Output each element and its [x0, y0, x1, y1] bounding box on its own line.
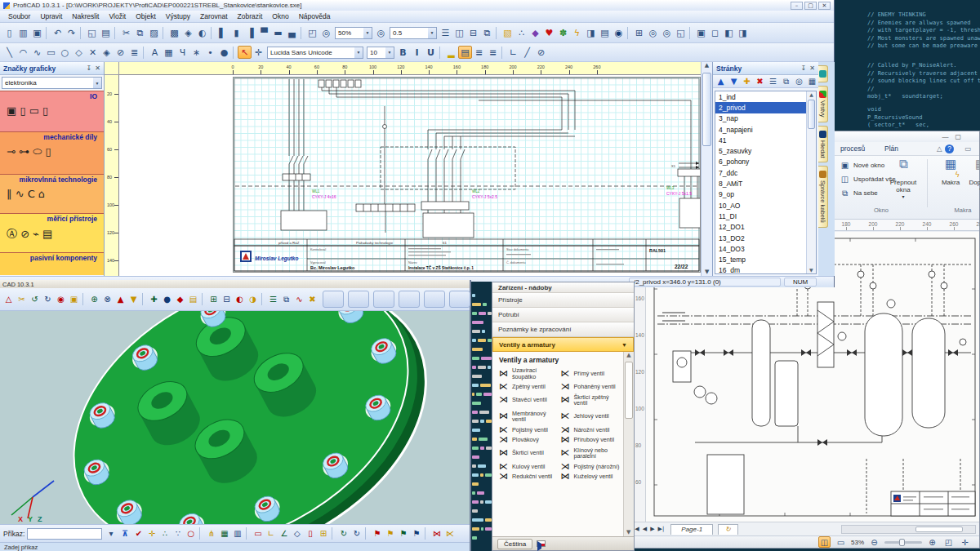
split-v-icon[interactable]: ⊟ — [466, 26, 480, 39]
center-icon[interactable]: ◉ — [55, 294, 67, 305]
addins-button[interactable]: ▦ Doplňky▾ — [964, 158, 980, 204]
font-size-combobox[interactable]: 10▼ — [367, 47, 394, 59]
valve-shape-zp-tn-ventil[interactable]: ⋉Zpětný ventil — [497, 384, 559, 390]
leaf-icon[interactable]: ✽ — [556, 26, 570, 39]
tree-icon[interactable]: ⋔ — [205, 528, 217, 540]
menu-soubor[interactable]: Soubor — [3, 11, 35, 21]
valve-shape-jehlov-ventil[interactable]: ⋉Jehlový ventil — [559, 411, 621, 423]
oval-icon[interactable]: ● — [217, 46, 231, 59]
sphere-icon[interactable]: ● — [161, 294, 173, 305]
collapsed-toolbar-button[interactable] — [348, 291, 369, 308]
page-width-icon[interactable]: ▭ — [835, 536, 847, 548]
page-item-10_AO[interactable]: 10_AO — [715, 200, 816, 211]
valve-shape-pojistn-ventil[interactable]: ⋉Pojistný ventil — [497, 427, 559, 433]
valve-shape--krtic-ventil[interactable]: ⋈Škrticí ventil — [497, 447, 559, 460]
al-l-icon[interactable]: ▌ — [216, 26, 229, 39]
pages-scrollbar[interactable]: ▲▼ — [806, 91, 816, 273]
pages-icon[interactable]: ☰ — [439, 26, 452, 39]
pan-icon[interactable]: ✛ — [959, 536, 971, 548]
stencil-category-1[interactable]: Zařízení - nádoby — [492, 282, 634, 293]
tab-okna[interactable] — [818, 65, 828, 82]
tab-vrstvy[interactable]: Vrstvy — [818, 86, 828, 122]
menu-upravit[interactable]: Upravit — [35, 11, 67, 21]
special-icon[interactable]: Ч — [176, 46, 189, 59]
valve-shape-kl-nov-nebo-paraleln-[interactable]: ⋉Klínový nebo paralelní — [559, 447, 621, 460]
page-item-6_pohony[interactable]: 6_pohony — [715, 157, 816, 167]
maximize-icon[interactable]: ▢ — [955, 133, 961, 140]
scrollbar-thumb[interactable] — [808, 100, 815, 129]
add-icon[interactable]: ✚ — [741, 76, 753, 87]
collapsed-toolbar-button[interactable] — [399, 291, 420, 308]
page-item-2_privod[interactable]: 2_privod — [715, 102, 816, 113]
page-item-12_DO1[interactable]: 12_DO1 — [715, 222, 816, 233]
front-icon[interactable]: ◧ — [722, 26, 736, 39]
znext-icon[interactable]: ◎ — [660, 26, 674, 39]
line-icon[interactable]: ╲ — [2, 46, 16, 59]
pyramid-icon[interactable]: ▼ — [127, 294, 140, 305]
dot-icon[interactable]: • — [203, 46, 217, 59]
move-up-icon[interactable]: ▲ — [715, 76, 727, 87]
flag-2-icon[interactable]: ⚑ — [384, 528, 396, 540]
angle-icon[interactable]: ∠ — [278, 528, 290, 540]
al-cv-icon[interactable]: ▬ — [271, 26, 285, 39]
insert-page-icon[interactable]: ↻ — [718, 524, 738, 535]
redo-icon[interactable]: ↷ — [65, 26, 78, 39]
back-icon[interactable]: ◨ — [736, 26, 750, 39]
print-icon[interactable]: ▤ — [99, 26, 113, 39]
phone-icon[interactable]: ◨ — [584, 26, 598, 39]
objects-icon[interactable]: ∴ — [514, 26, 528, 39]
plane-icon[interactable]: ◇ — [291, 528, 303, 540]
page-item-16_dm[interactable]: 16_dm — [715, 265, 816, 274]
valve-shape-plov-kov-[interactable]: ⋊Plovákový — [497, 437, 559, 443]
fit-page-icon[interactable]: ◰ — [942, 536, 955, 548]
zoom-icon[interactable]: ◎ — [319, 26, 333, 39]
valve-shape-pojistn-n-ro-n-[interactable]: ⋊Pojistný (nárožní) — [559, 464, 621, 470]
symbol-group-select[interactable]: elektronika▼ — [2, 77, 102, 89]
page-item-8_AMiT[interactable]: 8_AMiT — [715, 178, 816, 189]
save-icon[interactable]: ▣ — [30, 26, 44, 39]
restore-icon[interactable]: ▢ — [804, 2, 817, 10]
category-symbols[interactable]: ⊸ ⊶ ⬭ ▯ — [0, 141, 104, 158]
page-item-13_DO2[interactable]: 13_DO2 — [715, 233, 816, 243]
horizontal-scrollbar[interactable] — [841, 525, 976, 534]
copy-icon[interactable]: ⧉ — [133, 26, 147, 39]
collapsed-toolbar-button[interactable] — [424, 291, 445, 308]
menu-vložit[interactable]: Vložit — [104, 11, 131, 21]
ungroup-icon[interactable]: ◻ — [708, 26, 722, 39]
valve-shape-p-rubov-ventil[interactable]: ⋈Přírubový ventil — [559, 437, 621, 443]
last-page-icon[interactable]: ▶| — [658, 526, 665, 532]
list-icon[interactable]: ☰ — [767, 76, 779, 87]
flash-icon[interactable]: ϟ — [570, 26, 584, 39]
ellipse-icon[interactable]: ○ — [58, 46, 72, 59]
preview-icon[interactable]: ◱ — [85, 26, 99, 39]
measure-icon[interactable]: △ — [2, 294, 15, 305]
undo-icon[interactable]: ↶ — [51, 26, 65, 39]
group-icon[interactable]: ▣ — [694, 26, 708, 39]
close-icon[interactable]: ✕ — [95, 64, 100, 72]
close-icon[interactable]: ✕ — [818, 2, 831, 10]
page-item-11_DI[interactable]: 11_DI — [715, 211, 816, 221]
droplet-icon[interactable]: ○ — [185, 528, 197, 540]
cut-icon[interactable]: ✂ — [119, 26, 133, 39]
menu-zarovnat[interactable]: Zarovnat — [195, 11, 233, 21]
trim-icon[interactable]: ✂ — [16, 294, 28, 305]
valve-shape-uzav-rac-oup-tko[interactable]: ⋈Uzavírací šoupátko — [497, 367, 559, 380]
collapsed-toolbar-button[interactable] — [449, 291, 470, 308]
switch-windows-button[interactable]: ⧉ Přepnout okna▾ — [883, 158, 924, 204]
stencil-category-3[interactable]: Potrubí — [492, 308, 634, 322]
panel-icon[interactable]: ▯ — [304, 528, 316, 540]
page-item-14_DO3[interactable]: 14_DO3 — [715, 243, 816, 254]
page-item-9_op[interactable]: 9_op — [715, 189, 816, 200]
solid-icon[interactable]: ▣ — [68, 294, 80, 305]
category-symbols[interactable]: ▣ ▯ ▭ ▯ — [0, 100, 104, 117]
frame-icon[interactable]: ▤ — [458, 46, 472, 59]
cross-icon[interactable]: ✕ — [86, 46, 100, 59]
al-r-icon[interactable]: ▐ — [243, 26, 257, 39]
cone-icon[interactable]: ▲ — [114, 294, 127, 305]
select-icon[interactable]: ↖ — [238, 46, 252, 59]
canvas-scrollbar[interactable]: ▲▼ — [701, 62, 712, 276]
screenshot-icon[interactable]: ◐ — [195, 26, 209, 39]
nodes-icon[interactable]: ∵ — [172, 528, 184, 540]
menu-výstupy[interactable]: Výstupy — [161, 11, 195, 21]
cad3d-viewport[interactable]: X Y Z — [0, 311, 470, 524]
